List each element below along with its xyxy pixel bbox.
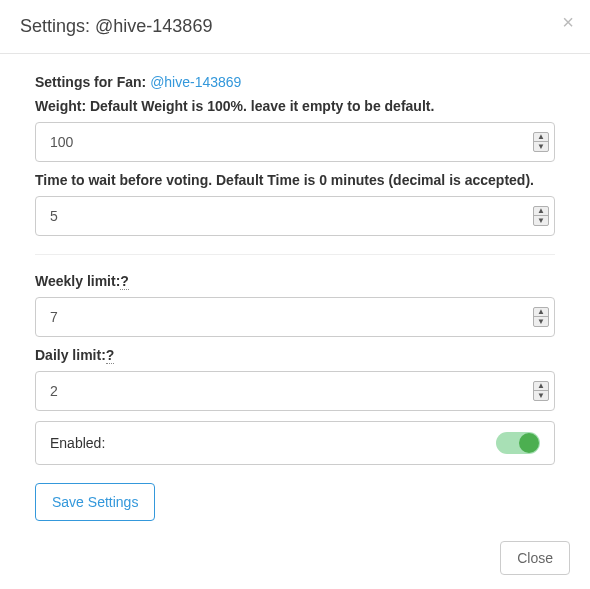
weight-input-wrap: ▲ ▼ [35, 122, 555, 162]
weight-label: Weight: Default Weight is 100%. leave it… [35, 98, 555, 114]
separator [35, 254, 555, 255]
close-button[interactable]: Close [500, 541, 570, 575]
weight-spinner: ▲ ▼ [533, 132, 549, 152]
save-button[interactable]: Save Settings [35, 483, 155, 521]
enabled-label: Enabled: [50, 435, 105, 451]
daily-spin-up[interactable]: ▲ [534, 382, 548, 391]
time-input-wrap: ▲ ▼ [35, 196, 555, 236]
time-spin-up[interactable]: ▲ [534, 207, 548, 216]
time-input[interactable] [35, 196, 555, 236]
weekly-label: Weekly limit:? [35, 273, 555, 289]
daily-spin-down[interactable]: ▼ [534, 391, 548, 400]
fan-account-link[interactable]: @hive-143869 [150, 74, 241, 90]
intro-prefix: Settings for Fan: [35, 74, 150, 90]
daily-help-icon[interactable]: ? [106, 347, 115, 364]
enabled-row: Enabled: [35, 421, 555, 465]
close-icon[interactable]: × [562, 12, 574, 32]
toggle-knob-icon [519, 433, 539, 453]
weekly-spin-down[interactable]: ▼ [534, 317, 548, 326]
weekly-label-text: Weekly limit: [35, 273, 120, 289]
modal-footer: Close [0, 527, 590, 589]
weekly-spinner: ▲ ▼ [533, 307, 549, 327]
weekly-help-icon[interactable]: ? [120, 273, 129, 290]
modal-title: Settings: @hive-143869 [20, 16, 570, 37]
intro-line: Settings for Fan: @hive-143869 [35, 74, 555, 90]
weight-spin-down[interactable]: ▼ [534, 142, 548, 151]
daily-input[interactable] [35, 371, 555, 411]
daily-label: Daily limit:? [35, 347, 555, 363]
modal-header: Settings: @hive-143869 × [0, 0, 590, 54]
daily-input-wrap: ▲ ▼ [35, 371, 555, 411]
time-spinner: ▲ ▼ [533, 206, 549, 226]
title-account: @hive-143869 [95, 16, 212, 36]
modal-body: Settings for Fan: @hive-143869 Weight: D… [0, 54, 590, 527]
weight-spin-up[interactable]: ▲ [534, 133, 548, 142]
weekly-input-wrap: ▲ ▼ [35, 297, 555, 337]
enabled-toggle[interactable] [496, 432, 540, 454]
time-spin-down[interactable]: ▼ [534, 216, 548, 225]
weekly-spin-up[interactable]: ▲ [534, 308, 548, 317]
weekly-input[interactable] [35, 297, 555, 337]
title-prefix: Settings: [20, 16, 95, 36]
daily-label-text: Daily limit: [35, 347, 106, 363]
weight-input[interactable] [35, 122, 555, 162]
settings-modal: Settings: @hive-143869 × Settings for Fa… [0, 0, 590, 589]
daily-spinner: ▲ ▼ [533, 381, 549, 401]
time-label: Time to wait before voting. Default Time… [35, 172, 555, 188]
